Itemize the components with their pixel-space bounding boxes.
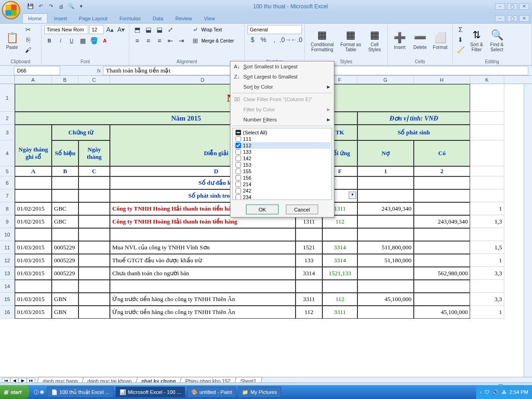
data-cell[interactable]: 1,5 <box>470 241 504 254</box>
delete-cells-button[interactable]: ➖Delete <box>411 25 429 56</box>
font-color-button[interactable]: A <box>100 36 110 45</box>
data-cell[interactable]: 45,100,000 <box>357 293 414 306</box>
ribbon-minimize-button[interactable]: – <box>495 15 505 22</box>
cell[interactable] <box>15 189 52 202</box>
tab-page-layout[interactable]: Page Layout <box>73 14 113 23</box>
redo-icon[interactable]: ↷ <box>46 2 55 11</box>
data-cell[interactable] <box>357 306 414 319</box>
comma-icon[interactable]: , <box>269 35 279 44</box>
filter-check-item[interactable]: 234 <box>234 194 331 200</box>
bold-button[interactable]: B <box>44 36 54 45</box>
data-cell[interactable] <box>52 280 79 293</box>
cell[interactable] <box>414 189 470 202</box>
checkbox[interactable] <box>236 169 241 174</box>
cell[interactable] <box>470 189 504 202</box>
filter-checkbox-list[interactable]: (Select All) 111112133142153155156214242… <box>232 128 332 200</box>
data-cell[interactable] <box>79 228 110 241</box>
checkbox[interactable] <box>236 149 241 155</box>
row-header[interactable]: 6 <box>0 176 15 189</box>
cell[interactable] <box>470 112 504 125</box>
cell[interactable] <box>357 189 414 202</box>
align-center-icon[interactable]: ≡ <box>143 36 153 45</box>
filter-check-item[interactable]: 156 <box>234 175 331 181</box>
filter-check-item[interactable]: 242 <box>234 187 331 194</box>
inc-decimal-icon[interactable]: .0→ <box>280 35 290 44</box>
checkbox[interactable] <box>236 188 241 193</box>
row-header[interactable]: 2 <box>0 112 15 125</box>
filter-check-item[interactable]: 155 <box>234 168 331 175</box>
data-cell[interactable]: 3311 <box>322 306 357 319</box>
data-cell[interactable]: 0005229 <box>52 241 79 254</box>
taskbar-app-button[interactable]: 📊Microsoft Excel - 100 ... <box>115 387 185 398</box>
checkbox[interactable] <box>236 162 241 168</box>
checkbox[interactable] <box>236 143 241 148</box>
data-cell[interactable]: 01/03/2015 <box>15 306 52 319</box>
ribbon-restore-button[interactable]: ▢ <box>507 15 517 22</box>
ok-button[interactable]: OK <box>246 205 278 214</box>
data-cell[interactable]: 1 <box>470 306 504 319</box>
format-cells-button[interactable]: ⬜Format <box>431 25 449 56</box>
currency-icon[interactable]: $ <box>248 35 258 44</box>
print-icon[interactable]: 🖨 <box>56 2 66 11</box>
col-header-g[interactable]: G <box>357 76 414 84</box>
data-cell[interactable]: 1 <box>470 254 504 267</box>
data-cell[interactable] <box>414 293 470 306</box>
orientation-icon[interactable]: ⤢ <box>165 25 175 34</box>
data-cell[interactable]: 3314 <box>322 241 357 254</box>
number-filters-item[interactable]: Number Filters▶ <box>230 115 334 125</box>
data-cell[interactable]: 1521 <box>296 241 322 254</box>
tab-formulas[interactable]: Formulas <box>114 14 146 23</box>
cell[interactable] <box>470 140 504 166</box>
data-cell[interactable] <box>414 241 470 254</box>
preview-icon[interactable]: 🔍 <box>66 2 76 11</box>
undo-icon[interactable]: ↶ <box>36 2 45 11</box>
sort-filter-button[interactable]: ⇅Sort & Filter <box>467 25 486 56</box>
underline-button[interactable]: U <box>66 36 77 45</box>
sort-asc-item[interactable]: A↓Sort Smallest to Largest <box>230 61 334 72</box>
cell[interactable] <box>52 176 79 189</box>
data-cell[interactable] <box>322 228 357 241</box>
autosum-icon[interactable]: Σ <box>455 25 466 34</box>
row-header[interactable]: 10 <box>0 228 15 241</box>
data-cell[interactable] <box>357 228 414 241</box>
cancel-button[interactable]: Cancel <box>286 205 318 214</box>
data-cell[interactable] <box>79 280 110 293</box>
row-header[interactable]: 12 <box>0 254 15 267</box>
align-left-icon[interactable]: ≡ <box>132 36 142 45</box>
fill-icon[interactable]: ⬇ <box>455 35 466 44</box>
merge-icon[interactable]: ⊞ <box>190 36 200 45</box>
data-cell[interactable]: 3314 <box>296 267 322 280</box>
hdr-amount[interactable]: Số phát sinh <box>357 125 470 140</box>
data-cell[interactable] <box>110 280 296 293</box>
tray-ie-icon[interactable]: ⓘ <box>34 389 39 396</box>
checkbox[interactable] <box>236 175 241 181</box>
data-cell[interactable] <box>357 215 414 228</box>
hdr-debit[interactable]: Nợ <box>357 140 414 166</box>
data-cell[interactable] <box>357 280 414 293</box>
data-cell[interactable]: 01/03/2015 <box>15 241 52 254</box>
data-cell[interactable] <box>79 267 110 280</box>
data-cell[interactable]: 133 <box>296 254 322 267</box>
data-cell[interactable] <box>15 280 52 293</box>
tray-chrome-icon[interactable]: ◉ <box>40 389 44 396</box>
data-cell[interactable]: 243,049,340 <box>357 202 414 215</box>
indent-dec-icon[interactable]: ⇤ <box>165 36 175 45</box>
clear-icon[interactable]: 🧹 <box>455 45 466 54</box>
office-button[interactable] <box>2 1 20 19</box>
format-painter-icon[interactable]: 🖌 <box>23 45 33 54</box>
row-header[interactable]: 11 <box>0 241 15 254</box>
data-cell[interactable] <box>470 280 504 293</box>
checkbox[interactable] <box>236 136 241 142</box>
data-cell[interactable]: 1,3 <box>470 215 504 228</box>
tray-volume-icon[interactable]: 🔊 <box>492 389 499 395</box>
start-button[interactable]: ⊞start <box>0 385 29 399</box>
data-cell[interactable] <box>414 202 470 215</box>
align-middle-icon[interactable]: ⬓ <box>143 25 153 34</box>
save-icon[interactable]: 💾 <box>26 2 35 11</box>
data-cell[interactable]: 1 <box>470 202 504 215</box>
filter-check-item[interactable]: 111 <box>234 136 331 142</box>
sort-desc-item[interactable]: Z↓Sort Largest to Smallest <box>230 72 334 82</box>
vertical-scrollbar[interactable] <box>524 84 532 377</box>
checkbox[interactable] <box>236 181 241 187</box>
hdr-docno[interactable]: Số hiệu <box>52 140 79 166</box>
